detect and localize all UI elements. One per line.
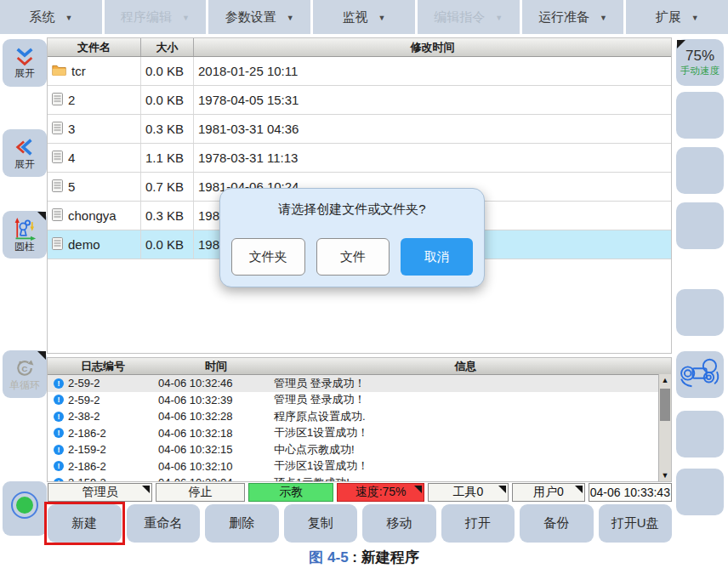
log-row[interactable]: !2-159-204-06 10:32:04顶点1示教成功! [48,475,658,482]
manual-speed-button[interactable]: 75% 手动速度 [676,39,724,86]
info-icon: ! [54,395,64,405]
file-name-text: tcr [71,64,86,78]
file-button[interactable]: 文件 [316,238,390,276]
right-soft-button-7[interactable] [676,411,724,457]
file-name-cell: 2 [48,86,141,114]
figure-caption: 图 4-5 : 新建程序 [0,548,728,567]
file-time-cell: 2018-01-25 10:11 [194,57,671,85]
menu-item-program-edit[interactable]: 程序编辑▼ [105,0,207,34]
right-soft-button-8[interactable] [676,469,724,515]
log-msg-cell: 管理员 登录成功！ [274,376,366,391]
double-chevron-left-icon [14,136,35,158]
menu-item-run-prepare[interactable]: 运行准备▼ [522,0,624,34]
expand-left-button[interactable]: 展开 [3,129,47,177]
file-icon [52,151,63,166]
folder-button[interactable]: 文件夹 [231,238,305,276]
log-row[interactable]: !2-59-204-06 10:32:39管理员 登录成功！ [48,392,658,409]
cancel-button[interactable]: 取消 [401,238,473,276]
bottom-button-copy[interactable]: 复制 [284,504,358,543]
top-menu-bar: 系统▼程序编辑▼参数设置▼监视▼编辑指令▼运行准备▼扩展▼ [0,0,728,34]
svg-text:C: C [22,364,28,373]
run-state-status: 停止 [156,483,245,502]
menu-item-param-settings[interactable]: 参数设置▼ [208,0,310,34]
menu-item-system[interactable]: 系统▼ [0,0,102,34]
log-id-cell: !2-159-2 [48,443,158,456]
file-name-header: 文件名 [48,38,141,56]
teach-pendant-button[interactable] [676,351,724,398]
log-id-cell: !2-59-2 [48,394,158,406]
log-id-text: 2-159-2 [68,443,106,456]
log-id-text: 2-186-2 [68,427,106,440]
menu-item-extend[interactable]: 扩展▼ [626,0,728,34]
bottom-button-delete[interactable]: 删除 [205,504,279,543]
scroll-up-icon[interactable]: ▲ [659,374,671,386]
chevron-down-icon: ▼ [495,12,503,22]
right-soft-button-2[interactable] [676,92,724,139]
chevron-down-icon: ▼ [600,12,607,22]
file-time-cell: 1978-04-05 15:31 [194,86,671,114]
file-row[interactable]: 30.3 KB1981-03-31 04:36 [48,115,671,144]
file-name-cell: chongya [48,202,141,230]
file-row[interactable]: 20.0 KB1978-04-05 15:31 [48,86,671,115]
file-size-cell: 0.0 KB [141,57,194,85]
bottom-button-move[interactable]: 移动 [362,504,436,543]
caption-separator: : [349,549,361,565]
dialog-buttons: 文件夹 文件 取消 [231,238,473,276]
right-soft-button-3[interactable] [676,147,724,194]
info-icon: ! [54,445,64,455]
right-soft-button-4[interactable] [676,202,724,249]
log-table-header: 日志编号 时间 信息 [48,358,671,375]
tool-status[interactable]: 工具0 [428,483,509,502]
speed-status[interactable]: 速度:75% [337,483,424,502]
robot-axes-icon [12,217,37,241]
log-scrollbar[interactable]: ▲ ▼ [658,374,671,481]
create-file-dialog: 请选择创建文件或文件夹? 文件夹 文件 取消 [219,188,485,287]
bottom-button-backup[interactable]: 备份 [520,504,594,543]
file-name-text: 5 [68,179,75,194]
log-msg-cell: 顶点1示教成功! [274,475,350,482]
scrollbar-thumb[interactable] [660,389,670,421]
scroll-down-icon[interactable]: ▼ [659,469,671,481]
file-time-header: 修改时间 [194,38,671,56]
bottom-button-open-usb[interactable]: 打开U盘 [599,504,673,543]
file-row[interactable]: 41.1 KB1978-03-31 11:13 [48,144,671,173]
file-row[interactable]: tcr0.0 KB2018-01-25 10:11 [48,57,671,86]
bottom-button-new[interactable]: 新建 [48,504,122,543]
log-row[interactable]: !2-38-204-06 10:32:28程序原点设置成功. [48,408,658,425]
log-id-cell: !2-59-2 [48,377,158,389]
user-frame-status[interactable]: 用户0 [512,483,585,502]
bottom-button-rename[interactable]: 重命名 [127,504,201,543]
menu-item-label: 程序编辑 [121,9,172,26]
expand-down-button[interactable]: 展开 [3,39,47,87]
menu-item-label: 扩展 [656,9,681,26]
cycle-arrow-icon: C [13,357,37,379]
log-row[interactable]: !2-186-204-06 10:32:18干涉区1设置成功！ [48,425,658,442]
manual-speed-label: 手动速度 [680,65,719,77]
chevron-down-icon: ▼ [691,12,699,22]
log-msg-cell: 管理员 登录成功！ [274,392,366,407]
expand-left-label: 展开 [14,159,35,170]
servo-start-button[interactable] [3,481,47,529]
single-cycle-button[interactable]: C 单循环 [3,350,47,398]
file-size-cell: 0.7 KB [141,173,194,201]
file-icon [52,237,63,253]
log-row[interactable]: !2-159-204-06 10:32:15中心点示教成功! [48,441,658,458]
file-time-cell: 1981-03-31 04:36 [194,115,671,143]
bottom-button-open[interactable]: 打开 [441,504,515,543]
operator-status[interactable]: 管理员 [48,483,152,502]
cylinder-coord-button[interactable]: 圆柱 [3,211,47,259]
file-name-cell: 3 [48,115,141,143]
bottom-button-bar: 新建重命名删除复制移动打开备份打开U盘 [48,504,672,543]
file-icon [52,122,63,137]
right-soft-button-5[interactable] [676,289,724,336]
menu-item-monitor[interactable]: 监视▼ [313,0,415,34]
log-row[interactable]: !2-59-204-06 10:32:46管理员 登录成功！ [48,375,658,392]
log-id-cell: !2-159-2 [48,476,158,482]
file-size-cell: 0.3 KB [141,202,194,230]
file-icon [52,93,63,108]
log-row[interactable]: !2-186-204-06 10:32:10干涉区1设置成功！ [48,458,658,475]
single-cycle-label: 单循环 [9,380,40,391]
menu-item-edit-instruction[interactable]: 编辑指令▼ [418,0,520,34]
file-name-cell: demo [48,230,141,259]
double-chevron-down-icon [14,47,36,67]
